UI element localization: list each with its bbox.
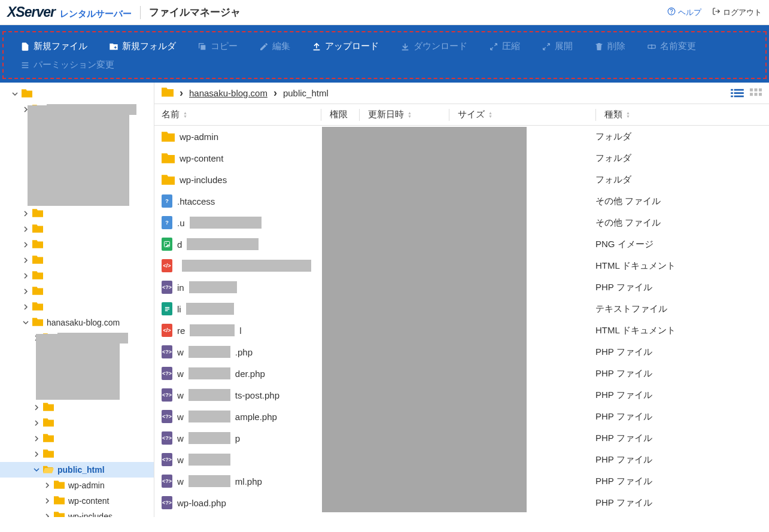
folder-icon [32, 256, 43, 266]
file-type: フォルダ [595, 131, 631, 142]
chevron-right-icon[interactable] [43, 481, 51, 490]
upload-button[interactable]: アップロード [301, 37, 390, 56]
chevron-right-icon[interactable] [32, 403, 41, 412]
app-title: ファイルマネージャ [149, 5, 241, 19]
breadcrumb-current: public_html [283, 88, 329, 98]
folder-icon [32, 240, 43, 250]
chevron-down-icon[interactable] [22, 318, 30, 327]
breadcrumb-domain[interactable]: hanasaku-blog.com [189, 88, 268, 98]
compress-icon [489, 42, 499, 51]
help-label: ヘルプ [678, 7, 701, 18]
file-type: PNG イメージ [595, 239, 654, 250]
chevron-right-icon[interactable] [32, 434, 41, 443]
new-file-button[interactable]: 新規ファイル [10, 37, 98, 56]
php-icon: <?> [162, 388, 172, 402]
folder-icon [32, 209, 43, 219]
php-icon: <?> [162, 367, 172, 380]
grid-view-button[interactable] [750, 88, 762, 99]
tree-item[interactable] [0, 284, 154, 299]
file-name: .htaccess [177, 196, 215, 206]
chevron-right-icon[interactable] [43, 512, 51, 517]
tree-item[interactable] [0, 268, 154, 284]
svg-rect-14 [755, 93, 758, 96]
file-name: w [177, 369, 184, 379]
help-link[interactable]: ヘルプ [667, 7, 701, 18]
edit-button[interactable]: 編集 [248, 37, 301, 56]
tree-root[interactable] [0, 86, 154, 102]
folder-icon [22, 89, 32, 99]
file-type: PHP ファイル [595, 454, 652, 466]
php-icon: <?> [162, 410, 172, 423]
folder-icon [54, 481, 65, 491]
tree-item[interactable] [0, 431, 154, 446]
compress-button[interactable]: 圧縮 [478, 37, 531, 56]
tree-item[interactable] [0, 400, 154, 415]
col-perm[interactable]: 権限 [321, 109, 359, 121]
file-name: d [177, 239, 182, 250]
breadcrumb: › hanasaku-blog.com › public_html [154, 83, 769, 104]
folder-icon [43, 403, 54, 413]
col-type[interactable]: 種類▲▼ [595, 109, 764, 121]
file-type: PHP ファイル [595, 433, 652, 444]
tree-item[interactable] [0, 299, 154, 315]
chevron-right-icon[interactable] [22, 303, 30, 311]
file-name-suffix: ts-post.php [235, 390, 279, 400]
col-size[interactable]: サイズ▲▼ [449, 109, 595, 121]
sort-icon: ▲▼ [626, 111, 630, 118]
trash-icon [594, 42, 604, 51]
tree-item[interactable] [0, 237, 154, 253]
svg-rect-4 [731, 89, 733, 90]
redacted [189, 454, 230, 466]
svg-rect-2 [200, 45, 205, 50]
redacted [189, 281, 237, 293]
chevron-right-icon[interactable] [22, 287, 30, 296]
delete-button[interactable]: 削除 [583, 37, 636, 56]
permission-button[interactable]: パーミッション変更 [10, 56, 125, 74]
col-name[interactable]: 名前▲▼ [159, 109, 321, 120]
file-type: その他 ファイル [595, 196, 661, 207]
folder-icon [43, 434, 54, 444]
new-folder-button[interactable]: 新規フォルダ [98, 37, 187, 56]
tree-item[interactable] [0, 415, 154, 431]
chevron-right-icon[interactable] [32, 450, 41, 458]
file-name-suffix: p [235, 433, 240, 443]
chevron-right-icon[interactable] [22, 225, 30, 233]
logout-icon [712, 7, 721, 17]
unknown-icon: ? [162, 216, 172, 229]
logout-link[interactable]: ログアウト [712, 7, 762, 18]
tree-item[interactable] [0, 221, 154, 237]
tree-item-wp-content[interactable]: wp-content [0, 493, 154, 509]
tree-item-domain[interactable]: hanasaku-blog.com [0, 315, 154, 330]
chevron-right-icon[interactable] [43, 497, 51, 505]
folder-icon [162, 175, 175, 185]
tree-item-public-html[interactable]: public_html [0, 462, 154, 478]
redacted [189, 432, 230, 444]
extract-button[interactable]: 展開 [531, 37, 583, 56]
chevron-down-icon[interactable] [11, 90, 19, 98]
tree-item[interactable] [0, 253, 154, 268]
tree-item-wp-includes[interactable]: wp-includes [0, 509, 154, 517]
tree-item[interactable] [0, 206, 154, 221]
tree-item[interactable] [0, 446, 154, 462]
download-button[interactable]: ダウンロード [390, 37, 478, 56]
redacted [190, 324, 235, 336]
folder-icon [54, 496, 65, 506]
chevron-right-icon[interactable] [32, 419, 41, 427]
breadcrumb-root[interactable] [162, 87, 174, 99]
toolbar: 新規ファイル 新規フォルダ コピー 編集 アップロード ダウンロード 圧縮 展 [0, 25, 769, 83]
chevron-right-icon[interactable] [22, 241, 30, 249]
chevron-right-icon[interactable] [22, 272, 30, 280]
chevron-right-icon[interactable] [22, 209, 30, 218]
rename-button[interactable]: 名前変更 [636, 37, 707, 56]
tree-item-wp-admin[interactable]: wp-admin [0, 478, 154, 493]
chevron-down-icon[interactable] [32, 466, 41, 474]
chevron-right-icon[interactable] [22, 256, 30, 265]
folder-tree[interactable]: hanasaku-blog.com public_html wp-admin w… [0, 83, 154, 517]
file-name-suffix: .php [235, 347, 253, 357]
col-date[interactable]: 更新日時▲▼ [359, 109, 449, 121]
list-view-button[interactable] [731, 88, 744, 99]
logo-brand: XServer [7, 4, 55, 20]
file-name-suffix: der.php [235, 369, 265, 379]
copy-button[interactable]: コピー [187, 37, 248, 56]
folder-icon [32, 302, 43, 312]
